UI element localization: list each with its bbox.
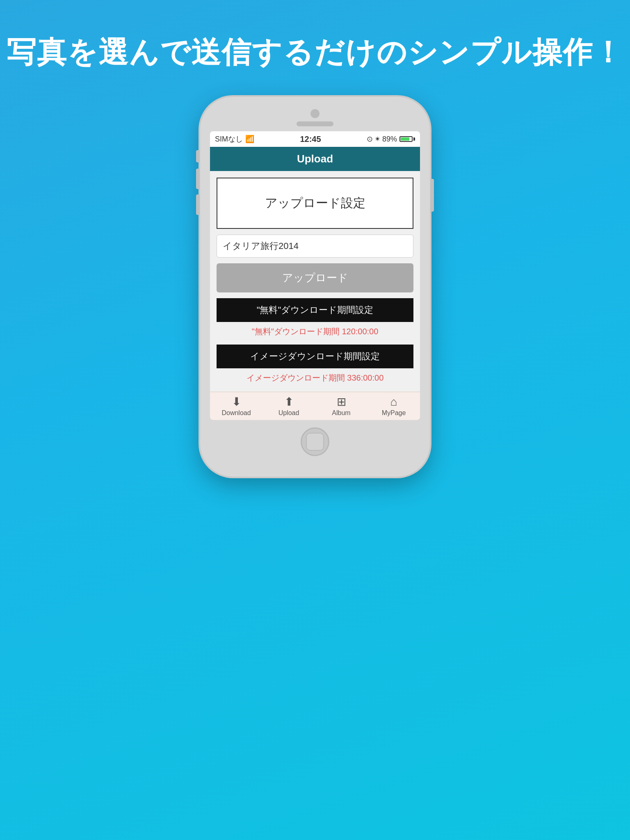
tab-bar: ⬇ Download ⬆ Upload ⊞ Album ⌂ MyPage xyxy=(210,392,420,420)
phone-top xyxy=(210,109,420,126)
image-download-button-label: イメージダウンロード期間設定 xyxy=(250,351,380,361)
app-body: アップロード設定 イタリア旅行2014 アップロード "無料"ダウンロード期間設… xyxy=(210,171,420,392)
status-right: ⊙ ✴ 89% xyxy=(367,135,415,144)
upload-button[interactable]: アップロード xyxy=(217,263,413,292)
power-button xyxy=(431,179,434,212)
phone-mockup: SIMなし 📶 12:45 ⊙ ✴ 89% Upload xyxy=(200,97,430,477)
tab-album-label: Album xyxy=(332,409,350,417)
navbar-title: Upload xyxy=(297,153,333,165)
album-name-value: イタリア旅行2014 xyxy=(223,241,299,251)
free-download-button[interactable]: "無料"ダウンロード期間設定 xyxy=(217,298,413,322)
status-time: 12:45 xyxy=(300,135,321,144)
page-headline: 写真を選んで送信するだけのシンプル操作！ xyxy=(7,33,623,72)
tab-album[interactable]: ⊞ Album xyxy=(315,396,368,417)
status-left: SIMなし 📶 xyxy=(215,134,254,144)
carrier-label: SIMなし xyxy=(215,134,243,144)
home-button[interactable] xyxy=(301,427,329,456)
tab-upload[interactable]: ⬆ Upload xyxy=(262,396,315,417)
status-bar: SIMなし 📶 12:45 ⊙ ✴ 89% xyxy=(210,131,420,147)
mute-button xyxy=(196,150,199,162)
phone-bottom xyxy=(301,427,329,456)
bluetooth-icon: ✴ xyxy=(374,135,381,144)
app-navbar: Upload xyxy=(210,147,420,171)
volume-down-button xyxy=(196,194,199,215)
image-download-value: イメージダウンロード期間 336:00:00 xyxy=(217,370,413,385)
home-button-inner xyxy=(306,433,324,451)
album-icon: ⊞ xyxy=(337,396,346,408)
battery-percent: 89% xyxy=(382,135,397,144)
tab-download-label: Download xyxy=(221,409,251,417)
tab-mypage[interactable]: ⌂ MyPage xyxy=(368,396,420,417)
image-download-section: イメージダウンロード期間設定 イメージダウンロード期間 336:00:00 xyxy=(217,345,413,385)
upload-settings-label: アップロード設定 xyxy=(265,196,365,210)
free-download-section: "無料"ダウンロード期間設定 "無料"ダウンロード期間 120:00:00 xyxy=(217,298,413,339)
upload-button-label: アップロード xyxy=(282,272,348,284)
rotation-icon: ⊙ xyxy=(367,135,373,144)
phone-screen: SIMなし 📶 12:45 ⊙ ✴ 89% Upload xyxy=(210,131,420,420)
upload-settings-box: アップロード設定 xyxy=(217,178,413,229)
image-download-button[interactable]: イメージダウンロード期間設定 xyxy=(217,345,413,368)
camera xyxy=(310,109,320,118)
upload-icon: ⬆ xyxy=(284,396,294,408)
wifi-icon: 📶 xyxy=(245,135,254,144)
battery-icon xyxy=(399,136,415,142)
speaker xyxy=(297,121,333,126)
free-download-button-label: "無料"ダウンロード期間設定 xyxy=(257,305,374,315)
tab-upload-label: Upload xyxy=(278,409,299,417)
tab-mypage-label: MyPage xyxy=(382,409,406,417)
tab-download[interactable]: ⬇ Download xyxy=(210,396,262,417)
free-download-value: "無料"ダウンロード期間 120:00:00 xyxy=(217,324,413,339)
mypage-icon: ⌂ xyxy=(390,396,397,408)
album-name-input[interactable]: イタリア旅行2014 xyxy=(217,235,413,258)
download-icon: ⬇ xyxy=(232,396,241,408)
volume-up-button xyxy=(196,169,199,189)
